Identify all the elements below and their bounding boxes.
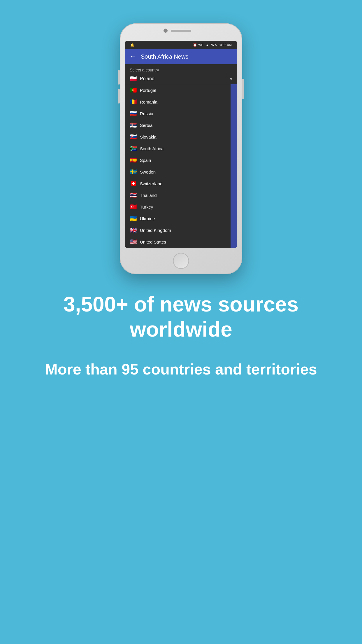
status-bar: 🔔 ⏰ WiFi ▲ 76% 10:02 AM bbox=[125, 41, 237, 49]
country-name-label: Serbia bbox=[140, 123, 152, 128]
country-name-label: Romania bbox=[140, 99, 157, 104]
subheadline: More than 95 countries and territories bbox=[45, 360, 317, 379]
list-item[interactable]: 🇹🇷Turkey bbox=[125, 201, 237, 213]
list-item[interactable]: 🇬🇧United Kingdom bbox=[125, 224, 237, 236]
phone-camera bbox=[164, 29, 168, 33]
selected-country-name: Poland bbox=[140, 76, 230, 81]
country-flag-icon: 🇵🇹 bbox=[130, 87, 137, 93]
list-item[interactable]: 🇺🇸United States bbox=[125, 236, 237, 248]
volume-up-button bbox=[118, 70, 120, 85]
country-flag-icon: 🇸🇪 bbox=[130, 169, 137, 175]
country-name-label: Ukraine bbox=[140, 216, 155, 221]
list-item[interactable]: 🇸🇰Slovakia bbox=[125, 131, 237, 143]
select-country-label: Select a country bbox=[125, 64, 237, 74]
battery-level: 76% bbox=[210, 43, 217, 47]
country-name-label: Slovakia bbox=[140, 134, 157, 139]
country-flag-icon: 🇸🇰 bbox=[130, 134, 137, 140]
signal-icon: ▲ bbox=[206, 43, 209, 47]
list-item[interactable]: 🇷🇺Russia bbox=[125, 108, 237, 119]
headline: 3,500+ of news sources worldwide bbox=[17, 292, 345, 342]
country-name-label: Spain bbox=[140, 158, 151, 163]
country-name-label: South Africa bbox=[140, 146, 164, 151]
country-name-label: United States bbox=[140, 239, 166, 244]
list-item[interactable]: 🇨🇭Switzerland bbox=[125, 178, 237, 189]
country-flag-icon: 🇪🇸 bbox=[130, 157, 137, 163]
bottom-section: 3,500+ of news sources worldwide More th… bbox=[0, 292, 362, 379]
country-name-label: Portugal bbox=[140, 88, 156, 93]
phone-speaker bbox=[171, 30, 191, 32]
country-name-label: Switzerland bbox=[140, 181, 163, 186]
scrollbar[interactable] bbox=[231, 84, 237, 248]
country-name-label: Thailand bbox=[140, 193, 157, 198]
list-item[interactable]: 🇸🇪Sweden bbox=[125, 166, 237, 178]
country-list-container: 🇵🇹Portugal🇷🇴Romania🇷🇺Russia🇷🇸Serbia🇸🇰Slo… bbox=[125, 84, 237, 248]
country-list: 🇵🇹Portugal🇷🇴Romania🇷🇺Russia🇷🇸Serbia🇸🇰Slo… bbox=[125, 84, 237, 248]
app-title: South Africa News bbox=[141, 53, 188, 60]
list-item[interactable]: 🇷🇴Romania bbox=[125, 96, 237, 108]
list-item[interactable]: 🇹🇭Thailand bbox=[125, 189, 237, 201]
dropdown-arrow-icon: ▾ bbox=[230, 76, 232, 82]
alarm-icon: ⏰ bbox=[193, 43, 197, 47]
country-flag-icon: 🇷🇴 bbox=[130, 99, 137, 105]
country-name-label: Russia bbox=[140, 111, 153, 116]
country-flag-icon: 🇿🇦 bbox=[130, 146, 137, 151]
back-button[interactable]: ← bbox=[130, 53, 136, 60]
country-flag-icon: 🇺🇦 bbox=[130, 216, 137, 221]
home-button[interactable] bbox=[173, 253, 189, 269]
country-flag-icon: 🇬🇧 bbox=[130, 227, 137, 233]
country-flag-icon: 🇷🇺 bbox=[130, 111, 137, 116]
wifi-icon: WiFi bbox=[198, 43, 204, 47]
country-flag-icon: 🇹🇭 bbox=[130, 192, 137, 198]
country-flag-icon: 🇷🇸 bbox=[130, 122, 137, 128]
list-item[interactable]: 🇵🇹Portugal bbox=[125, 84, 237, 96]
volume-down-button bbox=[118, 89, 120, 104]
country-flag-icon: 🇨🇭 bbox=[130, 181, 137, 186]
country-name-label: Turkey bbox=[140, 204, 153, 209]
country-name-label: Sweden bbox=[140, 169, 156, 174]
list-item[interactable]: 🇪🇸Spain bbox=[125, 154, 237, 166]
phone-mockup: 🔔 ⏰ WiFi ▲ 76% 10:02 AM ← South Africa N… bbox=[120, 23, 242, 274]
country-flag-icon: 🇹🇷 bbox=[130, 204, 137, 210]
country-dropdown[interactable]: 🇵🇱 Poland ▾ bbox=[125, 74, 237, 84]
country-name-label: United Kingdom bbox=[140, 228, 171, 233]
app-bar: ← South Africa News bbox=[125, 49, 237, 64]
phone-screen: 🔔 ⏰ WiFi ▲ 76% 10:02 AM ← South Africa N… bbox=[125, 41, 237, 248]
list-item[interactable]: 🇿🇦South Africa bbox=[125, 143, 237, 154]
selected-country-flag: 🇵🇱 bbox=[130, 76, 137, 82]
phone-body: 🔔 ⏰ WiFi ▲ 76% 10:02 AM ← South Africa N… bbox=[120, 23, 242, 274]
time-display: 10:02 AM bbox=[218, 43, 232, 47]
list-item[interactable]: 🇷🇸Serbia bbox=[125, 119, 237, 131]
notification-icon: 🔔 bbox=[130, 43, 134, 47]
power-button bbox=[242, 79, 244, 99]
country-flag-icon: 🇺🇸 bbox=[130, 239, 137, 245]
list-item[interactable]: 🇺🇦Ukraine bbox=[125, 213, 237, 224]
